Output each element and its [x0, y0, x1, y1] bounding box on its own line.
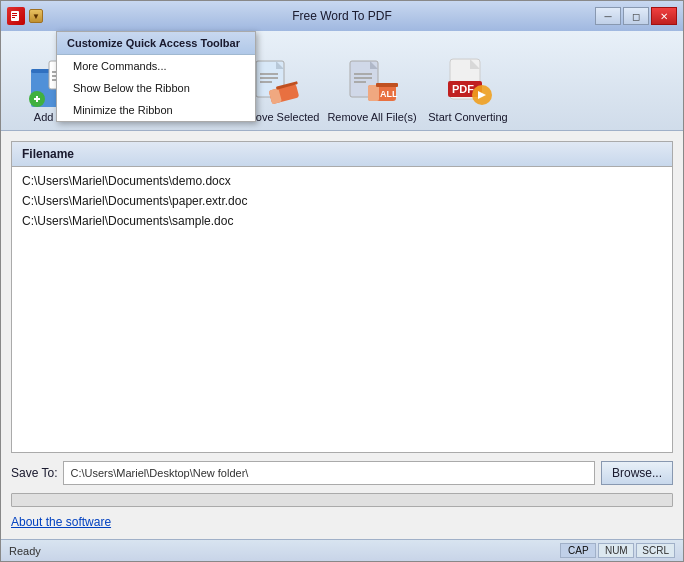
svg-rect-33 — [354, 81, 366, 83]
save-to-row: Save To: Browse... — [11, 461, 673, 485]
svg-rect-31 — [354, 73, 372, 75]
file-table-header: Filename — [12, 142, 672, 167]
dropdown-header: Customize Quick Access Toolbar — [57, 32, 255, 55]
file-row[interactable]: C:\Users\Mariel\Documents\demo.docx — [12, 171, 672, 191]
status-text: Ready — [9, 545, 41, 557]
save-to-label: Save To: — [11, 466, 57, 480]
title-bar: ▼ Free Word To PDF ─ ◻ ✕ Customize Quick… — [1, 1, 683, 31]
about-link[interactable]: About the software — [11, 515, 673, 529]
close-button[interactable]: ✕ — [651, 7, 677, 25]
progress-bar-container — [11, 493, 673, 507]
save-path-input[interactable] — [63, 461, 595, 485]
svg-rect-3 — [12, 17, 15, 18]
svg-rect-1 — [12, 13, 17, 14]
main-content: Filename C:\Users\Mariel\Documents\demo.… — [1, 131, 683, 539]
dropdown-item-minimize-ribbon[interactable]: Minimize the Ribbon — [57, 99, 255, 121]
file-row[interactable]: C:\Users\Mariel\Documents\paper.extr.doc — [12, 191, 672, 211]
remove-all-icon: ALL — [346, 57, 398, 109]
quick-access-dropdown-menu: Customize Quick Access Toolbar More Comm… — [56, 31, 256, 122]
start-converting-icon: PDF — [442, 57, 494, 109]
start-converting-button[interactable]: PDF Start Converting — [423, 52, 513, 126]
title-bar-left: ▼ — [7, 7, 43, 25]
file-table: Filename C:\Users\Mariel\Documents\demo.… — [11, 141, 673, 453]
remove-all-label: Remove All File(s) — [327, 111, 416, 123]
minimize-button[interactable]: ─ — [595, 7, 621, 25]
cap-indicator: CAP — [560, 543, 596, 558]
svg-rect-23 — [260, 73, 278, 75]
app-icon — [7, 7, 25, 25]
scrl-indicator: SCRL — [636, 543, 675, 558]
window-title: Free Word To PDF — [292, 9, 392, 23]
start-converting-label: Start Converting — [428, 111, 507, 123]
restore-button[interactable]: ◻ — [623, 7, 649, 25]
browse-button[interactable]: Browse... — [601, 461, 673, 485]
file-table-body: C:\Users\Mariel\Documents\demo.docx C:\U… — [12, 167, 672, 235]
main-window: ▼ Free Word To PDF ─ ◻ ✕ Customize Quick… — [0, 0, 684, 562]
svg-rect-25 — [260, 81, 272, 83]
status-indicators: CAP NUM SCRL — [560, 543, 675, 558]
svg-rect-24 — [260, 77, 278, 79]
svg-text:ALL: ALL — [380, 89, 398, 99]
svg-rect-13 — [36, 96, 38, 102]
status-bar: Ready CAP NUM SCRL — [1, 539, 683, 561]
remove-all-button[interactable]: ALL Remove All File(s) — [327, 52, 417, 126]
remove-selected-icon — [250, 57, 302, 109]
svg-rect-35 — [368, 85, 379, 101]
svg-rect-32 — [354, 77, 372, 79]
svg-rect-36 — [376, 83, 398, 87]
dropdown-item-show-below[interactable]: Show Below the Ribbon — [57, 77, 255, 99]
file-row[interactable]: C:\Users\Mariel\Documents\sample.doc — [12, 211, 672, 231]
dropdown-item-more-commands[interactable]: More Commands... — [57, 55, 255, 77]
num-indicator: NUM — [598, 543, 634, 558]
quick-access-dropdown-btn[interactable]: ▼ — [29, 9, 43, 23]
svg-text:PDF: PDF — [452, 83, 474, 95]
window-controls: ─ ◻ ✕ — [595, 7, 677, 25]
svg-rect-2 — [12, 15, 17, 16]
